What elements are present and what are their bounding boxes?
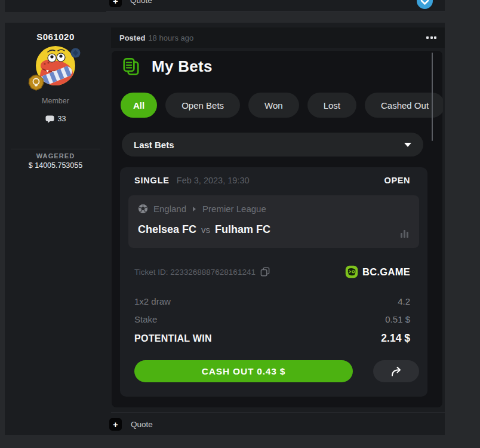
bets-sort-dropdown[interactable]: Last Bets bbox=[122, 133, 423, 157]
widget-header: My Bets bbox=[121, 57, 213, 76]
posted-time: 18 hours ago bbox=[148, 33, 193, 42]
league-row: England Premier League bbox=[138, 204, 266, 214]
speech-bubble-icon bbox=[45, 115, 54, 123]
bet-status-badge: OPEN bbox=[384, 176, 411, 185]
bet-filter-tabs: All Open Bets Won Lost Cashed Out bbox=[121, 93, 443, 118]
tab-won[interactable]: Won bbox=[248, 93, 299, 118]
potential-win-row: POTENTIAL WIN 2.14 $ bbox=[134, 332, 410, 345]
share-arrow-icon bbox=[390, 366, 403, 377]
bet-type: SINGLE bbox=[134, 176, 170, 185]
author-comments: 33 bbox=[5, 115, 106, 123]
share-button[interactable] bbox=[373, 360, 419, 382]
posted-label: Posted bbox=[119, 33, 145, 42]
tab-all[interactable]: All bbox=[121, 93, 157, 118]
bcgame-brand-name: BC.GAME bbox=[362, 266, 410, 278]
selection-odds: 4.2 bbox=[398, 296, 410, 306]
match-stats-icon[interactable] bbox=[401, 230, 408, 238]
quote-button[interactable]: Quote bbox=[130, 0, 152, 5]
bet-datetime: Feb 3, 2023, 19:30 bbox=[177, 176, 250, 185]
match-title: Chelsea FC vs Fulham FC bbox=[138, 223, 270, 236]
stake-row: Stake 0.51 $ bbox=[134, 314, 410, 324]
my-bets-widget: My Bets All Open Bets Won Lost Cashed Ou… bbox=[112, 51, 442, 407]
quote-row: + Quote bbox=[109, 418, 153, 431]
post-content: Posted 18 hours ago My Bets All Ope bbox=[106, 23, 445, 435]
footer-divider bbox=[111, 412, 445, 413]
home-team: Chelsea FC bbox=[138, 223, 196, 236]
breadcrumb-arrow-icon bbox=[193, 207, 196, 211]
idea-medal-badge-icon bbox=[27, 74, 45, 94]
bcgame-logo-icon bbox=[345, 265, 358, 278]
stake-label: Stake bbox=[134, 314, 157, 324]
match-card[interactable]: England Premier League Chelsea FC vs Ful… bbox=[128, 195, 419, 248]
country-label: England bbox=[153, 204, 186, 214]
bet-actions: CASH OUT 0.43 $ bbox=[134, 360, 419, 382]
ticket-id: Ticket ID: 2233268887628161241 bbox=[134, 268, 256, 277]
widget-scrollbar[interactable] bbox=[432, 53, 433, 141]
quote-button[interactable]: Quote bbox=[131, 420, 153, 429]
potential-win-value: 2.14 $ bbox=[381, 332, 410, 345]
bet-card-header: SINGLE Feb 3, 2023, 19:30 OPEN bbox=[134, 176, 410, 185]
potential-win-label: POTENTIAL WIN bbox=[134, 333, 212, 344]
selection-label: 1x2 draw bbox=[134, 296, 171, 306]
bet-card: SINGLE Feb 3, 2023, 19:30 OPEN bbox=[120, 167, 427, 397]
wagered-value: $ 14005.753055 bbox=[5, 161, 106, 170]
dropdown-value: Last Bets bbox=[134, 140, 174, 150]
tab-open-bets[interactable]: Open Bets bbox=[165, 93, 240, 118]
post-header: Posted 18 hours ago bbox=[111, 27, 445, 48]
ticket-row: Ticket ID: 2233268887628161241 bbox=[134, 265, 410, 279]
quote-plus-button[interactable]: + bbox=[109, 0, 122, 7]
scroll-down-badge[interactable] bbox=[417, 0, 433, 9]
post-options-menu-icon[interactable] bbox=[426, 36, 436, 39]
away-team: Fulham FC bbox=[215, 223, 270, 236]
bet-slips-icon bbox=[121, 57, 141, 76]
soccer-ball-icon bbox=[138, 204, 148, 214]
sidebar-divider bbox=[11, 149, 100, 149]
forum-post: S061020 bbox=[5, 23, 445, 435]
cash-out-button[interactable]: CASH OUT 0.43 $ bbox=[134, 360, 353, 382]
chevron-down-icon bbox=[404, 143, 411, 147]
widget-title: My Bets bbox=[152, 57, 213, 76]
selection-row: 1x2 draw 4.2 bbox=[134, 296, 410, 306]
author-role: Member bbox=[5, 97, 106, 105]
post-author-sidebar: S061020 bbox=[5, 23, 106, 435]
previous-post-bottom: + Quote bbox=[5, 0, 445, 12]
author-username[interactable]: S061020 bbox=[5, 32, 106, 42]
chevron-down-icon bbox=[417, 0, 433, 9]
competition-label: Premier League bbox=[202, 204, 266, 214]
comments-count: 33 bbox=[58, 115, 66, 123]
previous-post-sidebar bbox=[5, 0, 106, 12]
bcgame-brand: BC.GAME bbox=[345, 265, 410, 278]
copy-ticket-button[interactable] bbox=[260, 267, 270, 277]
vs-label: vs bbox=[201, 225, 210, 235]
tab-lost[interactable]: Lost bbox=[307, 93, 356, 118]
quote-plus-button[interactable]: + bbox=[109, 418, 122, 431]
copy-icon bbox=[260, 267, 270, 277]
profile-gem-badge-icon bbox=[70, 48, 81, 60]
wagered-label: WAGERED bbox=[5, 152, 106, 159]
stake-value: 0.51 $ bbox=[385, 314, 410, 324]
